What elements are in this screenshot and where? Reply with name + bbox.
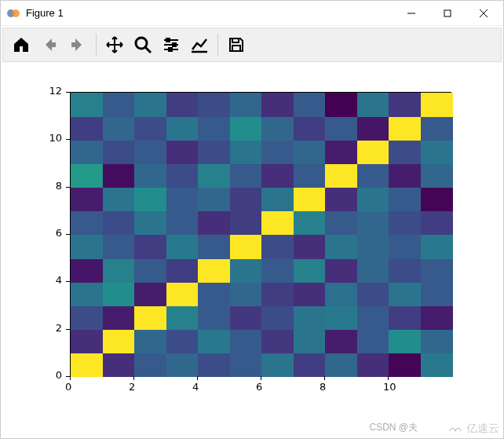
heatmap-cell	[103, 353, 135, 378]
heatmap-cell	[230, 140, 262, 164]
heatmap-cell	[198, 188, 230, 212]
app-icon	[7, 7, 20, 20]
forward-button[interactable]	[64, 31, 91, 58]
close-button[interactable]	[466, 2, 502, 25]
heatmap-cell	[230, 116, 262, 141]
heatmap-cell	[166, 211, 199, 236]
y-tick-label: 2	[56, 322, 62, 334]
heatmap-cell	[198, 235, 230, 259]
heatmap-cell	[325, 93, 357, 117]
pan-button[interactable]	[101, 31, 128, 58]
heatmap-cell	[389, 164, 421, 188]
heatmap-cell	[230, 282, 262, 306]
heatmap-cell	[357, 93, 389, 117]
heatmap-cell	[261, 235, 294, 259]
heatmap-cell	[134, 116, 166, 141]
heatmap-cell	[421, 211, 453, 236]
heatmap-cell	[389, 93, 421, 117]
heatmap-cell	[261, 306, 294, 331]
heatmap-cell	[421, 93, 453, 117]
save-button[interactable]	[223, 31, 250, 58]
heatmap-cell	[294, 116, 326, 141]
heatmap-cell	[325, 258, 357, 283]
heatmap-cell	[134, 353, 166, 378]
heatmap-cell	[230, 306, 262, 331]
heatmap-cell	[103, 116, 135, 141]
heatmap-cell	[389, 306, 421, 331]
heatmap-cell	[294, 353, 326, 378]
heatmap-cell	[166, 164, 199, 188]
heatmap-cell	[421, 258, 453, 283]
heatmap-cell	[261, 353, 294, 378]
heatmap-cell	[71, 282, 103, 306]
heatmap-cell	[261, 93, 294, 117]
heatmap-cell	[71, 353, 103, 378]
heatmap-cell	[166, 116, 199, 141]
heatmap-cell	[198, 306, 230, 331]
heatmap-cell	[357, 235, 389, 259]
heatmap-cell	[166, 235, 199, 259]
heatmap-cell	[261, 211, 294, 236]
csdn-watermark: CSDN @夫	[369, 421, 418, 434]
heatmap-cell	[325, 211, 357, 236]
svg-rect-11	[166, 38, 170, 42]
svg-rect-15	[232, 38, 239, 42]
heatmap-cell	[71, 140, 103, 164]
heatmap-cell	[389, 116, 421, 141]
heatmap-chart	[70, 92, 451, 376]
heatmap-cell	[103, 306, 135, 331]
heatmap-cell	[71, 211, 103, 236]
heatmap-cell	[198, 353, 230, 378]
window-title: Figure 1	[26, 7, 393, 19]
heatmap-cell	[134, 188, 166, 212]
heatmap-cell	[71, 258, 103, 283]
heatmap-cell	[261, 258, 294, 283]
svg-point-1	[12, 9, 20, 17]
plot-area[interactable]: 0246810024681012	[1, 64, 503, 438]
svg-line-7	[145, 47, 151, 53]
x-tick-label: 4	[192, 381, 199, 393]
x-tick-label: 8	[320, 381, 326, 393]
heatmap-cell	[134, 306, 166, 331]
back-button[interactable]	[36, 31, 63, 58]
heatmap-cell	[166, 330, 199, 354]
figure-window: Figure 1 0246810024681012	[0, 0, 504, 439]
heatmap-cell	[103, 282, 135, 306]
yisu-watermark: 亿速云	[447, 422, 499, 436]
heatmap-cell	[325, 353, 357, 378]
heatmap-cell	[103, 164, 135, 188]
heatmap-cell	[198, 282, 230, 306]
heatmap-cell	[357, 306, 389, 331]
heatmap-cell	[421, 164, 453, 188]
heatmap-cell	[134, 282, 166, 306]
heatmap-cell	[230, 188, 262, 212]
heatmap-cell	[134, 235, 166, 259]
window-controls	[393, 2, 502, 25]
heatmap-cell	[294, 282, 326, 306]
zoom-button[interactable]	[130, 31, 156, 58]
heatmap-cell	[198, 211, 230, 236]
heatmap-cell	[325, 164, 357, 188]
heatmap-cell	[103, 258, 135, 283]
subplots-button[interactable]	[158, 31, 184, 58]
heatmap-cell	[134, 330, 166, 354]
heatmap-cell	[261, 188, 294, 212]
heatmap-cell	[325, 235, 357, 259]
heatmap-cell	[421, 116, 453, 141]
heatmap-cell	[389, 235, 421, 259]
heatmap-cell	[230, 330, 262, 354]
toolbar-separator	[96, 34, 97, 56]
y-tick-label: 4	[56, 274, 62, 286]
heatmap-cell	[357, 258, 389, 283]
y-tick-label: 8	[56, 180, 62, 192]
minimize-button[interactable]	[393, 2, 429, 25]
heatmap-cell	[198, 116, 230, 141]
heatmap-cell	[71, 116, 103, 141]
maximize-button[interactable]	[429, 2, 466, 25]
heatmap-cell	[103, 211, 135, 236]
heatmap-cell	[261, 140, 294, 164]
home-button[interactable]	[8, 31, 35, 58]
heatmap-cell	[294, 211, 326, 236]
heatmap-cell	[357, 282, 389, 306]
edit-axis-button[interactable]	[186, 31, 213, 58]
